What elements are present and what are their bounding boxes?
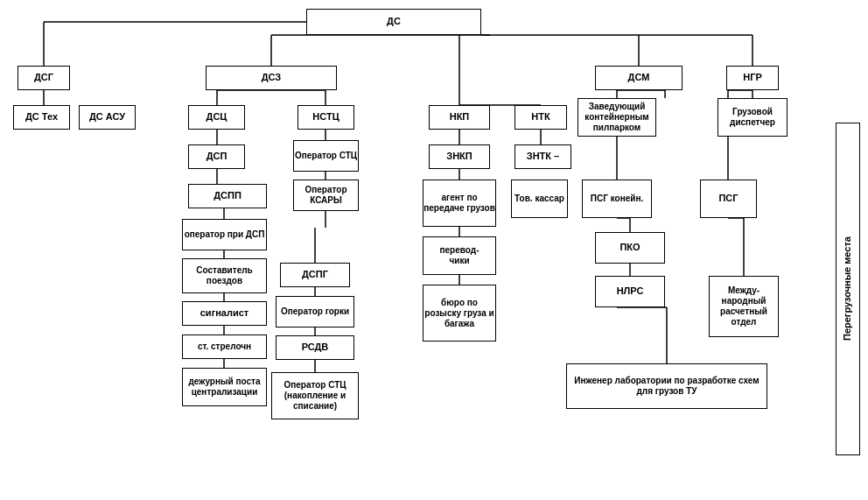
box-znkp: ЗНКП — [429, 144, 490, 169]
box-oper-stc: Оператор СТЦ — [293, 140, 359, 172]
box-gruz-disp: Грузовой диспетчер — [718, 98, 788, 137]
box-dsm: ДСМ — [595, 66, 682, 90]
box-oper-stc2: Оператор СТЦ (накопление и списание) — [271, 372, 359, 419]
box-signalist: сигналист — [182, 301, 267, 326]
box-tov-kassar: Тов. кассар — [511, 180, 568, 218]
box-nstc: НСТЦ — [298, 105, 354, 130]
box-dspp: ДСПП — [188, 184, 267, 208]
box-ntk: НТК — [514, 105, 567, 130]
box-inzh-lab: Инженер лаборатории по разработке схем д… — [566, 363, 767, 409]
box-dsp: ДСП — [188, 144, 245, 169]
box-nlrs: НЛРС — [595, 276, 665, 307]
diagram-container: ДС ДСГ ДСЗ ДСМ НГР ДС Тех ДС АСУ ДСЦ НСТ… — [0, 0, 868, 500]
box-dejurny-post: дежурный поста централизации — [182, 368, 267, 406]
box-dsz: ДСЗ — [206, 66, 337, 90]
box-oper-gorn: Оператор горки — [276, 296, 354, 327]
box-psg: ПСГ — [700, 180, 757, 218]
box-ds: ДС — [306, 9, 481, 35]
box-ngr: НГР — [726, 66, 779, 90]
box-dspg: ДСПГ — [280, 263, 350, 287]
box-mezh-rasch: Между- народный расчетный отдел — [709, 276, 779, 337]
box-ds-tex: ДС Тех — [13, 105, 70, 130]
box-sost-poezdov: Составитель поездов — [182, 258, 267, 293]
box-zntk: ЗНТК – — [514, 144, 571, 169]
box-nkp: НКП — [429, 105, 490, 130]
box-byuro-roziski: бюро по розыску груза и багажа — [423, 285, 496, 342]
box-perevodchiki: перевод- чики — [423, 236, 496, 275]
box-pko: ПКО — [595, 232, 665, 264]
box-oper-ksar: Оператор КСАРЫ — [293, 180, 359, 211]
box-psg-konein: ПСГ конейн. — [582, 180, 652, 218]
box-rsdv: РСДВ — [276, 335, 354, 360]
box-agent-pered: агент по передаче грузов — [423, 180, 496, 227]
box-ds-asu: ДС АСУ — [79, 105, 136, 130]
box-oper-pri-dsp: оператор при ДСП — [182, 219, 267, 250]
box-zav-kont: Заведующий контейнерным пилпарком — [578, 98, 656, 137]
box-dsc: ДСЦ — [188, 105, 245, 130]
box-dsg: ДСГ — [18, 66, 70, 90]
vertical-text-peregruzochnye: Перегрузочные места — [836, 123, 860, 455]
box-st-streloch: ст. стрелочн — [182, 335, 267, 359]
